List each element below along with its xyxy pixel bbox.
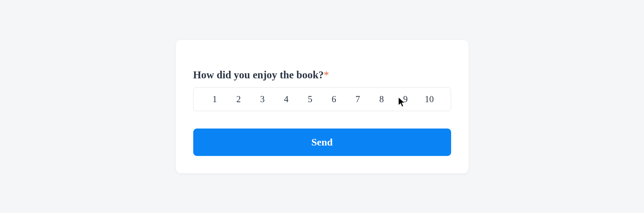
rating-option-2[interactable]: 2 xyxy=(227,94,251,104)
rating-option-1[interactable]: 1 xyxy=(203,94,227,104)
rating-option-7[interactable]: 7 xyxy=(346,94,370,104)
survey-card: How did you enjoy the book?* 1 2 3 4 5 6… xyxy=(176,40,468,173)
rating-option-6[interactable]: 6 xyxy=(322,94,346,104)
rating-option-9[interactable]: 9 xyxy=(394,94,418,104)
rating-option-4[interactable]: 4 xyxy=(275,94,298,104)
rating-option-5[interactable]: 5 xyxy=(298,94,322,104)
send-button[interactable]: Send xyxy=(193,129,451,156)
question-text: How did you enjoy the book? xyxy=(193,69,324,81)
required-mark: * xyxy=(324,69,329,81)
rating-option-10[interactable]: 10 xyxy=(418,94,441,104)
rating-option-8[interactable]: 8 xyxy=(370,94,394,104)
rating-option-3[interactable]: 3 xyxy=(251,94,275,104)
rating-scale: 1 2 3 4 5 6 7 8 9 10 xyxy=(193,87,451,111)
question-label: How did you enjoy the book?* xyxy=(193,69,451,81)
